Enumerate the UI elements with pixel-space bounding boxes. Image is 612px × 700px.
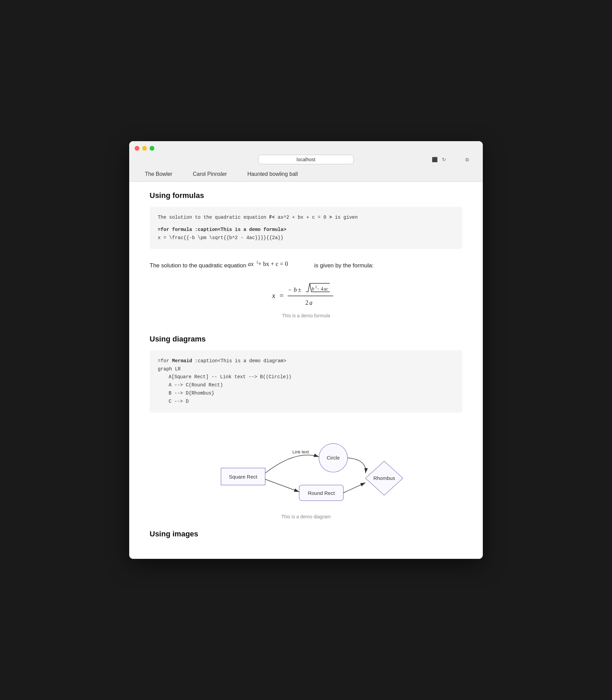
svg-text:−: − <box>288 286 292 293</box>
svg-text:+ bx + c = 0: + bx + c = 0 <box>258 261 288 267</box>
address-bar-row: localhost ⬛ ↻ ⧉ <box>135 155 477 164</box>
page-content: Using formulas The solution to the quadr… <box>129 182 483 559</box>
svg-text:Round Rect: Round Rect <box>308 490 335 496</box>
reload-icon[interactable]: ↻ <box>441 156 447 163</box>
browser-chrome: localhost ⬛ ↻ ⧉ The Bowler Carol Pinnsle… <box>129 141 483 182</box>
svg-text:ax: ax <box>248 261 254 267</box>
svg-text:b: b <box>312 286 314 291</box>
formula-display: x = − b ± b 2 − 4 ac 2 <box>150 278 462 329</box>
minimize-button[interactable] <box>142 146 147 151</box>
section-title-formulas: Using formulas <box>150 191 462 200</box>
svg-text:±: ± <box>298 286 301 293</box>
svg-text:Square Rect: Square Rect <box>229 474 258 480</box>
maximize-button[interactable] <box>150 146 154 151</box>
section-title-diagrams: Using diagrams <box>150 335 462 344</box>
tab-haunted-bowling-ball[interactable]: Haunted bowling ball <box>237 168 308 181</box>
address-bar[interactable]: localhost <box>259 155 353 164</box>
svg-text:a: a <box>309 299 312 306</box>
svg-text:Link text: Link text <box>292 449 309 454</box>
svg-text:Circle: Circle <box>327 455 340 461</box>
svg-text:b: b <box>294 286 297 293</box>
close-button[interactable] <box>135 146 139 151</box>
code-block-diagram: =for Mermaid :caption<This is a demo dia… <box>150 350 462 413</box>
svg-text:2: 2 <box>305 299 308 306</box>
copy-icon[interactable]: ⧉ <box>464 156 471 163</box>
diagram-svg-wrap: Square Rect Circle Round Rect Rhombus Li… <box>150 429 462 510</box>
svg-text:x: x <box>272 291 275 300</box>
formula-caption: This is a demo formula <box>282 313 330 318</box>
cast-icon[interactable]: ⬛ <box>431 156 438 163</box>
svg-text:=: = <box>279 291 283 300</box>
svg-text:ac: ac <box>324 286 329 291</box>
browser-window: localhost ⬛ ↻ ⧉ The Bowler Carol Pinnsle… <box>129 141 483 559</box>
traffic-lights <box>135 146 477 151</box>
formula-prose: The solution to the quadratic equation a… <box>150 259 462 270</box>
code-block-formula: The solution to the quadratic equation F… <box>150 207 462 249</box>
tab-the-bowler[interactable]: The Bowler <box>135 168 183 181</box>
tabs-row: The Bowler Carol Pinnsler Haunted bowlin… <box>135 168 477 181</box>
section-title-images: Using images <box>150 530 462 538</box>
diagram-caption: This is a demo diagram <box>281 514 331 519</box>
svg-text:Rhombus: Rhombus <box>373 475 395 481</box>
tab-carol-pinnsler[interactable]: Carol Pinnsler <box>183 168 237 181</box>
browser-icon-row: ⬛ ↻ ⧉ <box>431 156 471 163</box>
diagram-container: Square Rect Circle Round Rect Rhombus Li… <box>150 422 462 526</box>
svg-text:− 4: − 4 <box>317 286 323 291</box>
